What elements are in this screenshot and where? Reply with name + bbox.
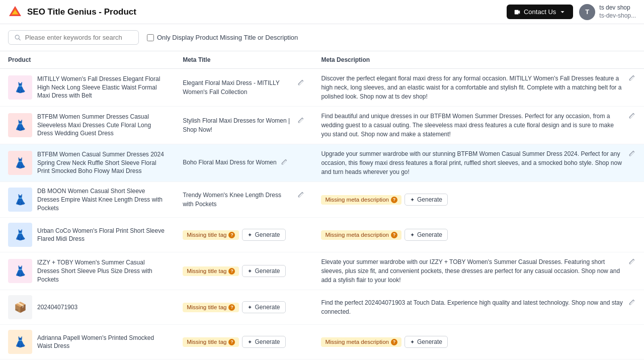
generate-title-label: Generate (255, 304, 280, 311)
product-image: 👗 (8, 113, 32, 137)
product-cell: 📦202404071903 (0, 290, 175, 325)
meta-desc-cell: Missing meta description?✦Generate (313, 325, 644, 359)
missing-title-badge: Missing title tag? (183, 337, 239, 347)
product-cell: 👗Urban CoCo Women's Floral Print Short S… (0, 218, 175, 252)
table-row: 👗Adrianna Papell Women's Printed Smocked… (0, 325, 644, 359)
generate-title-button[interactable]: ✦Generate (242, 229, 285, 241)
meta-title-cell: Missing title tag?✦Generate (175, 325, 313, 359)
missing-desc-label: Missing meta description (325, 197, 389, 203)
product-image: 👗 (8, 151, 32, 175)
meta-title-cell: Boho Floral Maxi Dress for Women (175, 144, 313, 182)
meta-desc-cell: Upgrade your summer wardrobe with our st… (313, 144, 644, 182)
product-cell: 👗MITILLY Women's Fall Dresses Elegant Fl… (0, 69, 175, 107)
generate-icon: ✦ (410, 339, 415, 345)
edit-meta-desc-button[interactable] (627, 112, 636, 122)
info-icon: ? (228, 304, 235, 311)
col-meta-desc: Meta Description (313, 51, 644, 69)
table-container: Product Meta Title Meta Description 👗MIT… (0, 51, 644, 362)
meta-desc-cell: Elevate your summer wardrobe with our IZ… (313, 252, 644, 290)
product-name: BTFBM Women Casual Summer Dresses 2024 S… (37, 150, 167, 175)
table-header-row: Product Meta Title Meta Description (0, 51, 644, 69)
meta-title-cell: Missing title tag?✦Generate (175, 290, 313, 325)
info-icon: ? (391, 232, 397, 238)
table-row: 👗BTFBM Women Casual Summer Dresses 2024 … (0, 144, 644, 182)
filter-checkbox-label[interactable]: Only Display Product Missing Title or De… (147, 34, 298, 41)
generate-icon: ✦ (248, 268, 252, 275)
generate-title-button[interactable]: ✦Generate (242, 301, 285, 313)
meta-desc-text: Upgrade your summer wardrobe with our st… (321, 149, 624, 176)
table-row: 👗Women's Mik Dress in Taupe Gray MultiMi… (0, 359, 644, 362)
info-icon: ? (228, 232, 235, 238)
product-image: 📦 (8, 295, 32, 319)
user-info: T ts dev shop ts-dev-shop... (579, 4, 636, 20)
app-header: SEO Title Genius - Product Contact Us T … (0, 0, 644, 24)
meta-desc-text: Discover the perfect elegant floral maxi… (321, 74, 624, 101)
missing-title-label: Missing title tag (187, 232, 226, 238)
video-icon (514, 9, 521, 16)
edit-meta-title-button[interactable] (296, 191, 305, 201)
edit-meta-title-button[interactable] (296, 78, 305, 88)
edit-meta-title-button[interactable] (280, 158, 288, 168)
products-table: Product Meta Title Meta Description 👗MIT… (0, 51, 644, 362)
meta-title-cell: Missing title tag?✦Generate (175, 218, 313, 252)
meta-title-text: Boho Floral Maxi Dress for Women (183, 158, 277, 167)
app-logo-icon (8, 5, 22, 19)
edit-meta-desc-button[interactable] (627, 74, 636, 84)
meta-desc-cell: Missing meta description?✦Generate (313, 182, 644, 218)
search-icon (15, 34, 21, 41)
missing-title-label: Missing title tag (187, 304, 226, 310)
generate-title-label: Generate (255, 231, 280, 238)
meta-title-cell: Missing title tag?✦Generate (175, 252, 313, 290)
generate-icon: ✦ (410, 197, 415, 203)
meta-title-text: Trendy Women's Knee Length Dress with Po… (183, 191, 293, 209)
product-name: MITILLY Women's Fall Dresses Elegant Flo… (37, 75, 167, 100)
product-name: BTFBM Women Summer Dresses Casual Sleeve… (37, 113, 167, 138)
meta-title-text: Stylish Floral Maxi Dresses for Women | … (183, 116, 293, 134)
generate-title-button[interactable]: ✦Generate (242, 336, 285, 348)
search-box[interactable] (8, 30, 139, 45)
generate-icon: ✦ (248, 339, 252, 345)
meta-desc-text: Find the perfect 202404071903 at Touch D… (321, 298, 624, 316)
col-product: Product (0, 51, 175, 69)
generate-title-button[interactable]: ✦Generate (242, 265, 285, 277)
edit-meta-desc-button[interactable] (627, 149, 636, 159)
generate-icon: ✦ (410, 232, 415, 238)
missing-desc-label: Missing meta description (325, 232, 389, 238)
meta-desc-text: Elevate your summer wardrobe with our IZ… (321, 257, 624, 285)
meta-desc-text: Find beautiful and unique dresses in our… (321, 112, 624, 139)
edit-meta-desc-button[interactable] (627, 257, 636, 267)
edit-meta-title-button[interactable] (296, 116, 305, 126)
meta-desc-cell: Find beautiful and unique dresses in our… (313, 107, 644, 144)
missing-title-badge: Missing title tag? (183, 266, 239, 276)
table-row: 👗Urban CoCo Women's Floral Print Short S… (0, 218, 644, 252)
filter-checkbox[interactable] (147, 34, 154, 41)
generate-desc-label: Generate (417, 338, 442, 345)
product-cell: 👗Women's Mik Dress in Taupe Gray Multi (0, 359, 175, 362)
generate-desc-button[interactable]: ✦Generate (405, 194, 448, 206)
meta-desc-cell: Discover the perfect elegant floral maxi… (313, 69, 644, 107)
chevron-down-icon (559, 9, 566, 16)
product-name: 202404071903 (37, 303, 77, 312)
toolbar: Only Display Product Missing Title or De… (0, 24, 644, 51)
info-icon: ? (228, 268, 235, 275)
filter-label: Only Display Product Missing Title or De… (157, 34, 298, 41)
missing-desc-badge: Missing meta description? (321, 337, 401, 347)
meta-title-text: Elegant Floral Maxi Dress - MITILLY Wome… (183, 78, 293, 97)
product-image: 👗 (8, 330, 32, 354)
generate-icon: ✦ (248, 304, 252, 311)
user-text: ts dev shop ts-dev-shop... (599, 4, 636, 20)
contact-us-button[interactable]: Contact Us (507, 5, 573, 19)
search-input[interactable] (25, 34, 132, 41)
product-cell: 👗BTFBM Women Summer Dresses Casual Sleev… (0, 107, 175, 144)
table-row: 👗IZZY + TOBY Women's Summer Casual Dress… (0, 252, 644, 290)
meta-title-cell: Stylish Floral Maxi Dresses for Women | … (175, 107, 313, 144)
product-name: DB MOON Women Casual Short Sleeve Dresse… (37, 187, 167, 212)
generate-desc-button[interactable]: ✦Generate (405, 229, 448, 241)
table-row: 👗MITILLY Women's Fall Dresses Elegant Fl… (0, 69, 644, 107)
contact-btn-label: Contact Us (524, 8, 556, 16)
header-left: SEO Title Genius - Product (8, 5, 136, 19)
user-name: ts dev shop (599, 4, 636, 12)
generate-desc-button[interactable]: ✦Generate (405, 336, 448, 348)
edit-meta-desc-button[interactable] (627, 298, 636, 308)
missing-title-badge: Missing title tag? (183, 303, 239, 312)
